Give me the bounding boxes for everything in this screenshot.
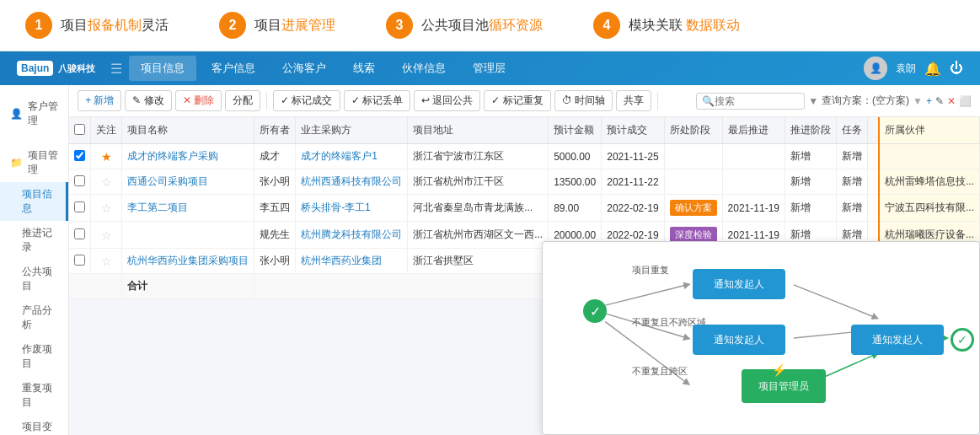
td-buyer-5[interactable]: 杭州华西药业集团: [296, 249, 408, 274]
td-address-4: 浙江省杭州市西湖区文一西...: [408, 222, 549, 249]
share-button[interactable]: 共享: [616, 90, 651, 111]
th-project-name[interactable]: 项目名称: [122, 117, 254, 144]
scheme-dropdown[interactable]: ▼: [913, 95, 923, 107]
row5-checkbox[interactable]: [74, 255, 85, 266]
th-task[interactable]: 任务: [836, 117, 867, 144]
th-date[interactable]: 预计成交: [602, 117, 664, 144]
bell-icon[interactable]: 🔔: [924, 61, 941, 77]
th-stage[interactable]: 所处阶段: [664, 117, 722, 144]
add-button[interactable]: + 新增: [78, 90, 121, 111]
td-star-5[interactable]: ☆: [91, 249, 122, 274]
th-buyer[interactable]: 业主采购方: [296, 117, 408, 144]
nav-item-project-info[interactable]: 项目信息: [129, 56, 196, 81]
flow-label-cross: 不重复且跨区: [632, 365, 688, 378]
td-checkbox-2[interactable]: [69, 169, 91, 195]
banner-text-2: 项目进展管理: [254, 17, 335, 35]
search-icon: 🔍: [702, 95, 715, 107]
nav-item-management[interactable]: 管理层: [461, 56, 517, 81]
sidebar: 👤 客户管理 📁 项目管理 项目信息 推进记录 公共项目 产品分析 作废项目 重…: [0, 85, 69, 435]
sidebar-item-product-analysis[interactable]: 产品分析: [0, 298, 68, 337]
table-header-row: 关注 项目名称 所有者 业主采购方 项目地址 预计金额 预计成交 所处阶段 最后…: [69, 117, 979, 144]
sidebar-item-project-change[interactable]: 项目变更: [0, 415, 68, 435]
flow-node-notify-3: 通知发起人: [851, 325, 944, 355]
td-name-2[interactable]: 西通公司采购项目: [122, 169, 254, 195]
th-push-stage[interactable]: 推进阶段: [785, 117, 836, 144]
sidebar-group-customer: 👤 客户管理: [0, 94, 68, 133]
mark-deal-button[interactable]: ✓ 标记成交: [273, 90, 340, 111]
nav-item-customer-info[interactable]: 客户信息: [200, 56, 267, 81]
td-name-5[interactable]: 杭州华西药业集团采购项目: [122, 249, 254, 274]
banner-item-2: 2 项目进展管理: [219, 12, 335, 39]
add-scheme-btn[interactable]: +: [926, 95, 932, 107]
filter-icon[interactable]: ▼: [808, 95, 818, 107]
td-buyer-3[interactable]: 桥头排骨-李工1: [296, 195, 408, 222]
edit-button[interactable]: ✎ 修改: [125, 90, 171, 111]
td-star-1[interactable]: ★: [91, 144, 122, 169]
td-buyer-2[interactable]: 杭州西通科技有限公司: [296, 169, 408, 195]
power-icon[interactable]: ⏻: [950, 61, 963, 76]
td-checkbox-4[interactable]: [69, 222, 91, 249]
banner-num-2: 2: [219, 12, 246, 39]
mark-lost-button[interactable]: ✓ 标记丢单: [344, 90, 410, 111]
nav-item-public-customer[interactable]: 公海客户: [270, 56, 338, 81]
customer-icon: 👤: [10, 108, 23, 120]
td-stage-2: [664, 169, 722, 195]
timeline-button[interactable]: ⏱ 时间轴: [554, 90, 613, 111]
sidebar-item-void-project[interactable]: 作废项目: [0, 337, 68, 376]
menu-icon[interactable]: ☰: [110, 61, 122, 77]
sidebar-item-project-info[interactable]: 项目信息: [0, 182, 68, 221]
td-buyer-1[interactable]: 成才的终端客户1: [296, 144, 408, 169]
nav-item-partner-info[interactable]: 伙伴信息: [390, 56, 458, 81]
toolbar: + 新增 ✎ 修改 ✕ 删除 分配 ✓ 标记成交 ✓ 标记丢单 ↩ 退回公共 ✓…: [69, 85, 980, 117]
row2-checkbox[interactable]: [74, 175, 85, 186]
row1-checkbox[interactable]: [74, 150, 85, 161]
th-address[interactable]: 项目地址: [408, 117, 549, 144]
search-box: 🔍: [696, 93, 805, 110]
banner-text-4: 模块关联 数据联动: [629, 17, 740, 35]
th-star: 关注: [91, 117, 122, 144]
td-buyer-4[interactable]: 杭州腾龙科技有限公司: [296, 222, 408, 249]
td-owner-1: 成才: [254, 144, 296, 169]
return-public-button[interactable]: ↩ 退回公共: [414, 90, 480, 111]
td-push-stage-3: 新增: [785, 195, 836, 222]
filter-label: 查询方案：(空方案): [822, 94, 909, 108]
edit-scheme-btn[interactable]: ✎: [935, 95, 944, 107]
td-star-4[interactable]: ☆: [91, 222, 122, 249]
sidebar-item-push-record[interactable]: 推进记录: [0, 221, 68, 260]
delete-scheme-btn[interactable]: ✕: [947, 95, 956, 107]
td-star-3[interactable]: ☆: [91, 195, 122, 222]
sidebar-item-repeat-project[interactable]: 重复项目: [0, 376, 68, 415]
th-checkbox[interactable]: [69, 117, 91, 144]
delete-button[interactable]: ✕ 删除: [175, 90, 222, 111]
sidebar-item-public-project[interactable]: 公共项目: [0, 260, 68, 298]
nav-item-leads[interactable]: 线索: [341, 56, 387, 81]
assign-button[interactable]: 分配: [225, 90, 260, 111]
th-last-push[interactable]: 最后推进: [722, 117, 785, 144]
banner-text-3: 公共项目池循环资源: [421, 17, 543, 35]
td-task-2: 新增: [836, 169, 867, 195]
td-task-3: 新增: [836, 195, 867, 222]
td-checkbox-5[interactable]: [69, 249, 91, 274]
td-name-1[interactable]: 成才的终端客户采购: [122, 144, 254, 169]
search-input[interactable]: [715, 95, 799, 107]
toolbar-right: 🔍 ▼ 查询方案：(空方案) ▼ + ✎ ✕ ⬜: [696, 93, 972, 110]
td-star-2[interactable]: ☆: [91, 169, 122, 195]
scheme-settings[interactable]: ⬜: [959, 95, 972, 107]
th-amount[interactable]: 预计金额: [549, 117, 602, 144]
td-amount-1: 5000.00: [549, 144, 602, 169]
svg-line-3: [794, 285, 876, 318]
row4-checkbox[interactable]: [74, 228, 85, 239]
td-checkbox-1[interactable]: [69, 144, 91, 169]
td-name-3[interactable]: 李工第二项目: [122, 195, 254, 222]
td-checkbox-3[interactable]: [69, 195, 91, 222]
th-icon[interactable]: [867, 117, 879, 144]
row3-checkbox[interactable]: [74, 201, 85, 212]
td-name-4[interactable]: [122, 222, 254, 249]
td-stage-1: [664, 144, 722, 169]
th-partner[interactable]: 所属伙伴: [879, 117, 980, 144]
select-all-checkbox[interactable]: [74, 124, 85, 135]
mark-repeat-button[interactable]: ✓ 标记重复: [484, 90, 550, 111]
th-owner[interactable]: 所有者: [254, 117, 296, 144]
flow-node-notify-2: 通知发起人: [693, 325, 785, 355]
banner-num-4: 4: [593, 12, 620, 39]
